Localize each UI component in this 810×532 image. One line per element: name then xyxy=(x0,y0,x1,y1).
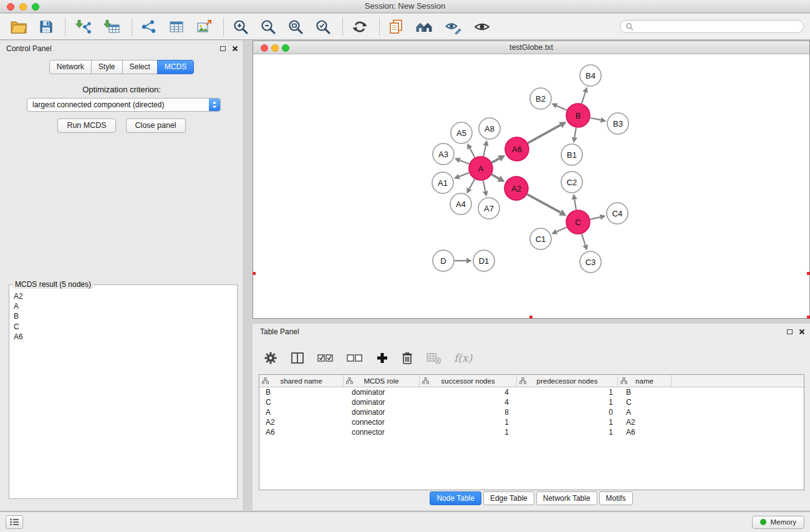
deselect-all-rows-button[interactable] xyxy=(347,353,363,363)
new-network-button[interactable] xyxy=(140,18,158,36)
column-header-name[interactable]: name xyxy=(618,375,672,387)
graph-edge-A-A4[interactable] xyxy=(470,179,475,188)
graph-edge-A-A3[interactable] xyxy=(460,160,469,164)
graph-node-A4[interactable]: A4 xyxy=(450,193,471,215)
zoom-in-button[interactable] xyxy=(231,17,250,36)
graph-edge-B-B2[interactable] xyxy=(557,105,567,110)
network-canvas[interactable]: B4B2BB3A8A5A6A3B1AC2A1A2A4A7C4CC1C3DD1 xyxy=(253,54,809,318)
graph-edge-A-A6[interactable] xyxy=(492,158,499,162)
run-mcds-button[interactable]: Run MCDS xyxy=(57,118,115,133)
graph-node-B[interactable]: B xyxy=(566,104,590,127)
graph-node-C2[interactable]: C2 xyxy=(561,172,582,193)
graph-edge-A-A5[interactable] xyxy=(470,148,475,158)
open-session-button[interactable] xyxy=(9,18,29,36)
result-item[interactable]: A xyxy=(9,301,237,311)
tab-select[interactable]: Select xyxy=(122,60,158,74)
zoom-out-button[interactable] xyxy=(259,17,277,36)
graph-edge-A-A7[interactable] xyxy=(483,181,485,191)
graph-node-D[interactable]: D xyxy=(433,250,454,271)
tab-edge-table[interactable]: Edge Table xyxy=(483,491,534,505)
table-row[interactable]: Bdominator41B xyxy=(259,387,804,397)
tab-motifs[interactable]: Motifs xyxy=(599,491,633,505)
tab-node-table[interactable]: Node Table xyxy=(430,491,481,505)
table-row[interactable]: A2connector11A2 xyxy=(259,417,804,427)
table-row[interactable]: Adominator80A xyxy=(259,407,804,417)
close-panel-icon[interactable] xyxy=(232,46,238,52)
export-image-button[interactable] xyxy=(195,18,213,36)
graph-node-C4[interactable]: C4 xyxy=(607,203,628,224)
graph-edge-B-B3[interactable] xyxy=(591,118,601,120)
graph-node-B3[interactable]: B3 xyxy=(607,113,629,134)
select-all-rows-button[interactable] xyxy=(317,353,334,363)
column-header-successor-nodes[interactable]: successor nodes xyxy=(420,375,517,387)
import-network-button[interactable] xyxy=(73,18,93,36)
column-visibility-button[interactable] xyxy=(291,352,304,364)
save-session-button[interactable] xyxy=(37,18,55,36)
graph-node-A5[interactable]: A5 xyxy=(451,122,472,143)
tab-network-table[interactable]: Network Table xyxy=(536,491,597,505)
search-box[interactable] xyxy=(620,20,804,33)
function-builder-button[interactable]: f(x) xyxy=(454,352,472,364)
graph-edge-C-C3[interactable] xyxy=(582,234,586,245)
graph-node-C3[interactable]: C3 xyxy=(580,251,601,273)
selection-handle[interactable] xyxy=(253,272,256,275)
maximize-network-button[interactable] xyxy=(282,44,289,52)
tab-mcds[interactable]: MCDS xyxy=(157,60,194,74)
selection-handle[interactable] xyxy=(807,272,810,275)
result-item[interactable]: B xyxy=(9,311,237,321)
close-network-button[interactable] xyxy=(261,44,268,52)
graph-edge-C-C2[interactable] xyxy=(574,200,576,210)
graph-edge-A2-C[interactable] xyxy=(528,195,561,213)
result-item[interactable]: C xyxy=(9,322,237,332)
graph-node-D1[interactable]: D1 xyxy=(473,250,494,271)
graph-node-B2[interactable]: B2 xyxy=(530,88,551,109)
result-item[interactable]: A2 xyxy=(9,291,237,301)
result-item[interactable]: A6 xyxy=(9,332,237,342)
show-graphics-button[interactable] xyxy=(472,19,492,35)
search-input[interactable] xyxy=(637,22,798,31)
selection-handle[interactable] xyxy=(529,316,533,319)
table-row[interactable]: Cdominator41C xyxy=(259,397,804,407)
new-table-button[interactable] xyxy=(167,18,186,36)
optimization-criterion-dropdown[interactable]: largest connected component (directed) xyxy=(27,98,221,112)
graph-edge-A6-B[interactable] xyxy=(528,125,561,143)
close-table-panel-icon[interactable] xyxy=(799,329,805,335)
home-button[interactable] xyxy=(413,18,435,36)
column-header-predecessor-nodes[interactable]: predecessor nodes xyxy=(517,375,618,387)
minimize-network-button[interactable] xyxy=(271,44,279,52)
memory-button[interactable]: Memory xyxy=(752,516,804,529)
maximize-window-button[interactable] xyxy=(32,3,39,11)
graph-node-A8[interactable]: A8 xyxy=(479,118,500,139)
column-header-shared-name[interactable]: shared name xyxy=(259,375,344,387)
add-column-button[interactable] xyxy=(376,352,388,364)
annotation-mode-button[interactable] xyxy=(443,18,463,36)
graph-node-A6[interactable]: A6 xyxy=(505,137,529,161)
graph-edge-A-A2[interactable] xyxy=(491,175,499,179)
graph-edge-A-A1[interactable] xyxy=(459,173,469,177)
graph-edge-A-A8[interactable] xyxy=(483,145,486,156)
selection-handle[interactable] xyxy=(807,316,810,319)
delete-columns-button[interactable] xyxy=(402,351,413,365)
tab-style[interactable]: Style xyxy=(91,60,123,74)
zoom-selected-button[interactable] xyxy=(314,17,332,36)
graph-node-A[interactable]: A xyxy=(469,157,493,180)
float-panel-icon[interactable] xyxy=(220,46,226,51)
graph-node-A3[interactable]: A3 xyxy=(433,143,454,165)
delete-table-button[interactable] xyxy=(426,352,441,364)
import-table-button[interactable] xyxy=(102,18,122,36)
zoom-fit-button[interactable] xyxy=(286,17,305,36)
table-row[interactable]: A6connector11A6 xyxy=(259,427,804,437)
refresh-network-button[interactable] xyxy=(350,17,369,36)
graph-edge-B-B1[interactable] xyxy=(574,128,576,138)
graph-node-A7[interactable]: A7 xyxy=(478,198,499,219)
column-header-mcds-role[interactable]: MCDS role xyxy=(344,375,420,387)
graph-node-A2[interactable]: A2 xyxy=(504,177,528,200)
graph-node-B4[interactable]: B4 xyxy=(580,65,601,86)
graph-node-C1[interactable]: C1 xyxy=(530,228,551,249)
panel-list-button[interactable] xyxy=(6,515,23,529)
network-graph[interactable]: B4B2BB3A8A5A6A3B1AC2A1A2A4A7C4CC1C3DD1 xyxy=(253,54,809,318)
close-window-button[interactable] xyxy=(7,3,14,11)
float-table-panel-icon[interactable] xyxy=(787,329,793,334)
minimize-window-button[interactable] xyxy=(19,3,27,11)
graph-edge-B-B4[interactable] xyxy=(582,92,586,104)
